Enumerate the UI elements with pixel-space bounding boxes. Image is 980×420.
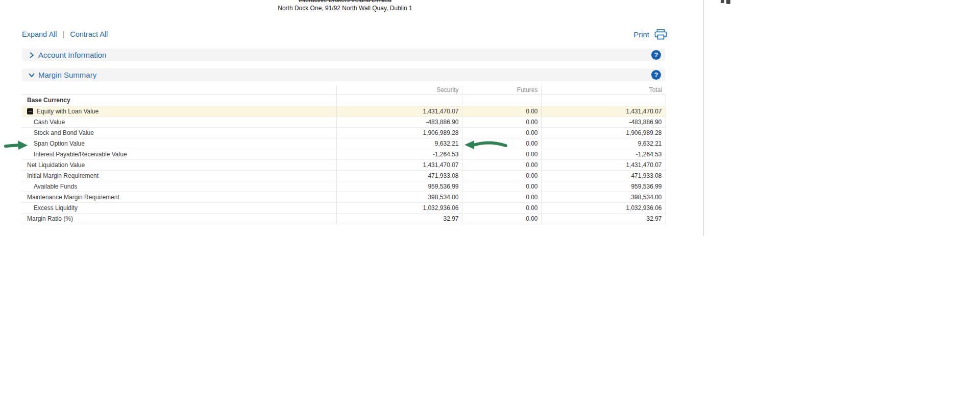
cell-futures: 0.00 [462, 181, 541, 192]
company-address: North Dock One, 91/92 North Wall Quay, D… [0, 5, 690, 12]
column-header-futures: Futures [462, 85, 541, 95]
table-row: Stock and Bond Value1,906,989.280.001,90… [22, 127, 665, 138]
row-label: Margin Ratio (%) [27, 215, 73, 222]
annotation-arrow-right-icon [4, 139, 29, 151]
row-label: Net Liquidation Value [27, 161, 85, 169]
cell-security: 9,632.21 [336, 138, 462, 149]
cell-futures: 0.00 [462, 202, 541, 213]
table-row: Interest Payable/Receivable Value-1,264.… [22, 149, 665, 159]
cell-security: 959,536.99 [336, 181, 462, 192]
section-title: Margin Summary [38, 71, 96, 79]
help-icon[interactable]: ? [651, 50, 661, 60]
table-row: Maintenance Margin Requirement398,534.00… [22, 192, 665, 202]
print-label: Print [633, 30, 649, 39]
page: Interactive Brokers Ireland Limited Nort… [0, 0, 980, 420]
cell-security: 32.97 [336, 213, 462, 224]
cell-label: Span Option Value [22, 138, 336, 149]
screen-artifact [721, 0, 724, 3]
cell-label: Initial Margin Requirement [22, 170, 336, 181]
expand-all-link[interactable]: Expand All [22, 30, 57, 38]
cell-label: Available Funds [22, 181, 336, 192]
column-header-blank [22, 85, 336, 95]
cell-futures: 0.00 [462, 127, 541, 138]
group-row-base-currency: Base Currency [22, 95, 665, 106]
toolbar: Expand All | Contract All Print [22, 28, 667, 40]
cell-total: 9,632.21 [541, 138, 665, 149]
table-row: Excess Liquidity1,032,936.060.001,032,93… [22, 202, 665, 213]
row-label: Equity with Loan Value [37, 108, 99, 115]
printer-icon [654, 29, 667, 40]
cell-label: Excess Liquidity [22, 202, 336, 213]
cell-futures: 0.00 [462, 159, 541, 170]
row-label: Cash Value [34, 119, 65, 126]
company-name: Interactive Brokers Ireland Limited [0, 0, 690, 4]
link-separator: | [63, 30, 65, 38]
row-label: Interest Payable/Receivable Value [34, 151, 127, 158]
cell-label: Maintenance Margin Requirement [22, 192, 336, 202]
column-header-total: Total [541, 85, 665, 95]
cell-label: Stock and Bond Value [22, 127, 336, 138]
cell-futures: 0.00 [462, 106, 541, 116]
cell-security: 1,431,470.07 [336, 106, 462, 116]
cell-security: 471,933.08 [336, 170, 462, 181]
row-label: Available Funds [34, 183, 77, 190]
row-label: Initial Margin Requirement [27, 172, 99, 179]
table-row: Available Funds959,536.990.00959,536.99 [22, 181, 665, 192]
row-label: Excess Liquidity [34, 204, 78, 212]
cell-label: Interest Payable/Receivable Value [22, 149, 336, 159]
contract-all-link[interactable]: Contract All [70, 30, 108, 38]
cell-security: -1,264.53 [336, 149, 462, 159]
page-edge-divider [703, 0, 704, 236]
cell-security: 1,431,470.07 [336, 159, 462, 170]
cell-futures: 0.00 [462, 116, 541, 127]
cell-label: Margin Ratio (%) [22, 213, 336, 224]
cell-total: -1,264.53 [541, 149, 665, 159]
cell-futures [462, 95, 541, 106]
collapse-row-icon[interactable] [27, 108, 33, 114]
table-row: Margin Ratio (%)32.970.0032.97 [22, 213, 665, 224]
company-header: Interactive Brokers Ireland Limited Nort… [0, 0, 690, 15]
table-row: Initial Margin Requirement471,933.080.00… [22, 170, 665, 181]
cell-futures: 0.00 [462, 192, 541, 202]
margin-table-body: Base Currency Equity with Loan Value1,43… [22, 95, 665, 224]
cell-security: 1,032,936.06 [336, 202, 462, 213]
section-account-information[interactable]: Account Information ? [22, 49, 665, 61]
cell-security: -483,886.90 [336, 116, 462, 127]
help-icon[interactable]: ? [651, 70, 661, 80]
cell-total: 1,431,470.07 [541, 106, 665, 116]
cell-total: 1,431,470.07 [541, 159, 665, 170]
cell-label: Equity with Loan Value [22, 106, 336, 116]
table-row: Span Option Value9,632.210.009,632.21 [22, 138, 665, 149]
cell-total: 959,536.99 [541, 181, 665, 192]
cell-security [336, 95, 462, 106]
table-header-row: Security Futures Total [22, 85, 665, 95]
row-label: Span Option Value [34, 140, 85, 147]
cell-label: Net Liquidation Value [22, 159, 336, 170]
table-row: Net Liquidation Value1,431,470.070.001,4… [22, 159, 665, 170]
section-margin-summary[interactable]: Margin Summary ? [22, 68, 665, 81]
cell-total [541, 95, 665, 106]
table-row: Cash Value-483,886.900.00-483,886.90 [22, 116, 665, 127]
expand-contract-links: Expand All | Contract All [22, 30, 108, 38]
annotation-arrow-left-icon [463, 139, 507, 151]
cell-security: 398,534.00 [336, 192, 462, 202]
margin-summary-table: Security Futures Total Base Currency Equ… [22, 85, 666, 224]
cell-futures: 0.00 [462, 170, 541, 181]
chevron-right-icon [29, 52, 35, 58]
cell-total: 471,933.08 [541, 170, 665, 181]
print-button[interactable]: Print [633, 29, 667, 40]
group-label: Base Currency [22, 95, 336, 106]
table-row: Equity with Loan Value1,431,470.070.001,… [22, 106, 665, 116]
cell-label: Cash Value [22, 116, 336, 127]
cell-security: 1,906,989.28 [336, 127, 462, 138]
row-label: Stock and Bond Value [34, 129, 94, 136]
cell-total: 1,906,989.28 [541, 127, 665, 138]
column-header-security: Security [336, 85, 462, 95]
row-label: Maintenance Margin Requirement [27, 194, 119, 201]
cell-total: 398,534.00 [541, 192, 665, 202]
cell-futures: 0.00 [462, 213, 541, 224]
chevron-down-icon [29, 72, 35, 78]
cell-total: 32.97 [541, 213, 665, 224]
cell-total: 1,032,936.06 [541, 202, 665, 213]
screen-artifact [726, 0, 730, 4]
